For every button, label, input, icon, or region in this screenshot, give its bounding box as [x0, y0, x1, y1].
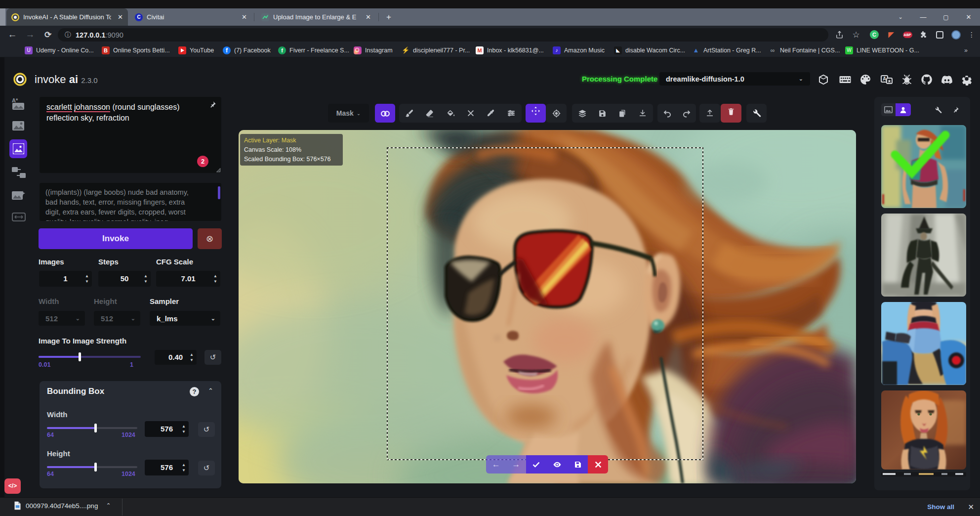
svg-text:A*: A* — [12, 97, 18, 103]
svg-text:A: A — [883, 76, 886, 82]
